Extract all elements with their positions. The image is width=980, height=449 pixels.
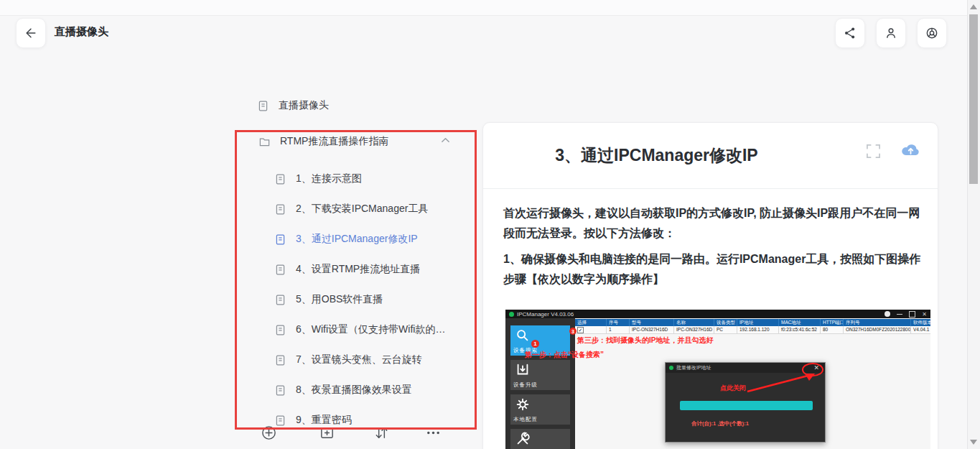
doc-paragraph-1: 首次运行摄像头，建议以自动获取IP的方式修改IP, 防止摄像头IP跟用户不在同一…: [503, 203, 931, 244]
support-button[interactable]: [917, 18, 947, 48]
shot-close-icon: ✕: [922, 311, 927, 318]
shot-titlebar: IPCManager V4.03.06 ✕: [505, 310, 930, 318]
document-icon: [274, 173, 286, 185]
shot-maximize-icon: [909, 311, 915, 318]
annotation-step-1: 第一步：点击“设备搜索”: [525, 350, 604, 360]
tree-item-8[interactable]: 8、夜景直播图像效果设置: [274, 381, 412, 399]
gear-icon: [515, 397, 531, 412]
shot-dialog: 批量修改IP地址 ✕ 点此关闭 合计(台):1 ,选中(个数):1: [665, 362, 826, 443]
checked-checkbox-icon: ✓: [577, 327, 584, 333]
tree-item-9[interactable]: 9、重置密码: [274, 411, 352, 430]
annotation-close-hint: 点此关闭: [720, 384, 746, 393]
document-icon: [274, 203, 286, 216]
shot-window-controls: ✕: [885, 310, 927, 318]
scrollbar-down-arrow[interactable]: [970, 440, 977, 445]
sort-arrows-icon: [373, 425, 390, 441]
document-icon: [274, 264, 286, 276]
cloud-sync-icon[interactable]: [901, 142, 920, 158]
account-button[interactable]: [876, 18, 906, 48]
annotation-step-3: 第三步：找到摄像头的IP地址，并且勾选好: [577, 335, 713, 346]
doc-paragraph-2: 1、确保摄像头和电脑连接的是同一路由。运行IPCManager工具，按照如下图操…: [503, 249, 931, 290]
account-icon: [884, 26, 898, 40]
document-icon: [274, 384, 286, 397]
document-panel: 3、通过IPCManager修改IP 首次运行摄像头，建议以自动获取IP的方式修…: [482, 122, 938, 449]
tree-item-label: 4、设置RTMP推流地址直播: [296, 263, 420, 276]
document-icon: [274, 294, 286, 306]
document-title: 3、通过IPCManager修改IP: [555, 144, 757, 167]
shot-table-header-row: 选择 序号 型号 名称 设备类型 IP地址 MAC地址 HTTP端口 序列号 软…: [575, 319, 930, 326]
document-icon: [274, 354, 286, 366]
tree-folder-label: RTMP推流直播操作指南: [280, 135, 388, 148]
shot-dialog-icon: [669, 366, 673, 370]
scrollbar-thumb[interactable]: [969, 14, 978, 184]
shot-row-checkbox-cell: ✓: [575, 326, 607, 334]
fullscreen-icon[interactable]: [866, 144, 881, 159]
tree-item-4[interactable]: 4、设置RTMP推流地址直播: [274, 260, 420, 279]
shot-progress-bar: [680, 401, 813, 410]
tree-item-label: 3、通过IPCManager修改IP: [296, 233, 418, 246]
folder-plus-icon: [319, 425, 335, 441]
tree-item-6[interactable]: 6、Wifi设置（仅支持带Wifi款的…: [274, 320, 445, 339]
share-icon: [843, 26, 857, 40]
tree-item-label: 6、Wifi设置（仅支持带Wifi款的…: [296, 323, 445, 336]
document-icon: [257, 100, 269, 112]
tree-item-label: 8、夜景直播图像效果设置: [296, 384, 412, 397]
document-icon: [274, 324, 286, 336]
step-badge-3: 3: [569, 328, 577, 335]
wrench-icon: [515, 431, 531, 447]
embedded-screenshot: IPCManager V4.03.06 ✕ 1 设备搜索 设备升级 本地配置: [505, 310, 930, 449]
shot-table-row: ✓ 1 IPC-ON327H16D IPC-ON327H16D PC 192.1…: [575, 326, 930, 334]
collapse-chevron-icon[interactable]: [441, 137, 450, 143]
tree-item-5[interactable]: 5、用OBS软件直播: [274, 290, 383, 309]
share-button[interactable]: [835, 18, 865, 48]
back-button[interactable]: [16, 18, 46, 48]
shot-dialog-status: 合计(台):1 ,选中(个数):1: [691, 420, 749, 427]
download-icon: [515, 362, 531, 378]
shot-dialog-title: 批量修改IP地址: [676, 364, 711, 371]
document-icon: [274, 233, 286, 246]
more-button[interactable]: [424, 423, 442, 442]
tree-folder-rtmp-guide[interactable]: RTMP推流直播操作指南: [258, 132, 388, 151]
tree-item-label: 2、下载安装IPCManager工具: [296, 203, 428, 216]
tree-item-root[interactable]: 直播摄像头: [257, 96, 329, 115]
page-title: 直播摄像头: [55, 25, 108, 39]
folder-icon: [258, 136, 271, 148]
page-scrollbar[interactable]: [967, 0, 980, 449]
shot-window-title: IPCManager V4.03.06: [517, 311, 574, 318]
tree-item-label: 5、用OBS软件直播: [296, 293, 383, 306]
tree-item-label: 1、连接示意图: [296, 172, 362, 185]
plus-circle-icon: [261, 425, 277, 441]
add-page-button[interactable]: [259, 423, 278, 442]
tree-item-label: 直播摄像头: [279, 99, 329, 112]
shot-tools-button: 常用工具: [510, 429, 570, 449]
tree-item-1[interactable]: 1、连接示意图: [274, 170, 362, 188]
tree-item-2[interactable]: 2、下载安装IPCManager工具: [274, 200, 428, 218]
sort-button[interactable]: [372, 423, 391, 442]
support-icon: [925, 26, 939, 40]
window-top-strip: [0, 0, 980, 16]
back-arrow-icon: [24, 26, 38, 40]
more-dots-icon: [425, 425, 442, 441]
step-badge-1: 1: [531, 340, 539, 348]
red-arrow-annotation: [746, 371, 818, 393]
tree-item-label: 7、设置镜头变焦、云台旋转: [296, 353, 422, 366]
scrollbar-up-arrow[interactable]: [970, 4, 977, 9]
add-folder-button[interactable]: [317, 423, 336, 442]
shot-app-icon: [509, 312, 514, 317]
shot-device-table: 选择 序号 型号 名称 设备类型 IP地址 MAC地址 HTTP端口 序列号 软…: [575, 319, 930, 334]
tree-item-3-active[interactable]: 3、通过IPCManager修改IP: [274, 230, 418, 249]
magnifier-icon: [515, 328, 531, 343]
shot-minimize-icon: [897, 314, 902, 315]
shot-theme-icon: [885, 311, 890, 317]
shot-upgrade-button: 设备升级: [510, 360, 570, 390]
shot-sidebar: 1 设备搜索 设备升级 本地配置 常用工具: [505, 318, 575, 449]
tree-item-7[interactable]: 7、设置镜头变焦、云台旋转: [274, 351, 422, 369]
shot-config-button: 本地配置: [510, 394, 570, 425]
